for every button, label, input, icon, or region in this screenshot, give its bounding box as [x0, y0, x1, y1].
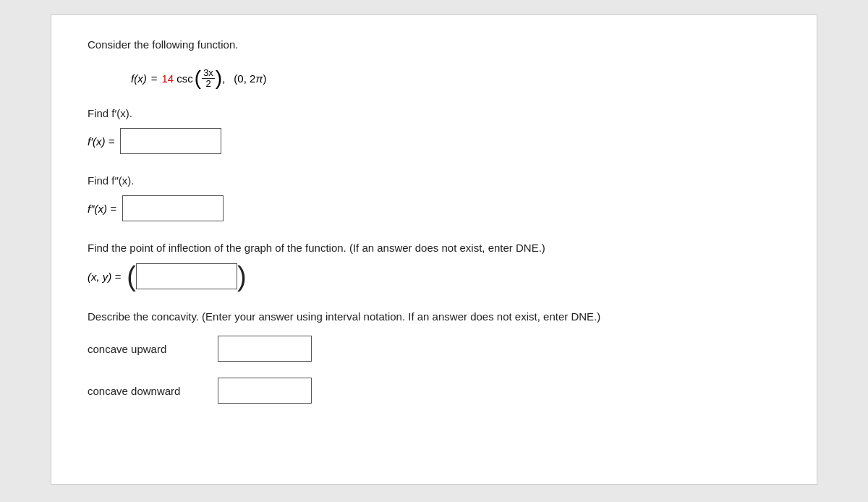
concave-downward-row: concave downward [88, 378, 780, 404]
interval-text: (0, 2π) [234, 72, 266, 85]
fraction: 3x 2 [202, 68, 215, 90]
numerator: 3x [202, 68, 215, 79]
find-f-double-prime-section: Find f″(x). f″(x) = [88, 174, 780, 221]
fprime-answer-row: f′(x) = [88, 128, 780, 154]
close-paren: ) [216, 68, 222, 88]
concave-upward-label: concave upward [88, 343, 218, 355]
fdprime-answer-row: f″(x) = [88, 195, 780, 221]
describe-concavity-section: Describe the concavity. (Enter your answ… [88, 310, 780, 323]
inflection-prompt: Find the point of inflection of the grap… [88, 242, 780, 254]
concavity-section: concave upward concave downward [88, 336, 780, 404]
page-container: Consider the following function. f(x) = … [51, 14, 817, 485]
concave-downward-input[interactable] [218, 378, 312, 404]
inflection-label: (x, y) = [88, 271, 121, 283]
concave-upward-row: concave upward [88, 336, 780, 362]
function-display: f(x) = 14 csc ( 3x 2 ) , (0, 2π) [131, 68, 780, 90]
fdprime-input[interactable] [122, 195, 224, 221]
denominator: 2 [204, 79, 212, 89]
open-paren: ( [195, 68, 201, 88]
coefficient: 14 [161, 72, 174, 85]
concave-downward-label: concave downward [88, 385, 218, 397]
find-fdprime-prompt: Find f″(x). [88, 174, 780, 187]
inflection-close-paren: ) [237, 263, 247, 290]
inflection-input[interactable] [136, 263, 237, 289]
inflection-open-paren: ( [127, 263, 136, 290]
fprime-label: f′(x) = [88, 135, 114, 148]
inflection-section: Find the point of inflection of the grap… [88, 242, 780, 290]
inflection-row: (x, y) = ( ) [88, 263, 780, 290]
find-fprime-prompt: Find f′(x). [88, 107, 780, 119]
fdprime-label: f″(x) = [88, 203, 116, 215]
func-name: csc [176, 72, 193, 85]
concave-upward-input[interactable] [218, 336, 312, 362]
fprime-input[interactable] [120, 128, 221, 154]
describe-prompt: Describe the concavity. (Enter your answ… [88, 310, 780, 323]
find-f-prime-section: Find f′(x). f′(x) = [88, 107, 780, 154]
equals-sign: = [151, 72, 158, 85]
function-label: f(x) [131, 72, 147, 85]
intro-text: Consider the following function. [88, 37, 780, 54]
